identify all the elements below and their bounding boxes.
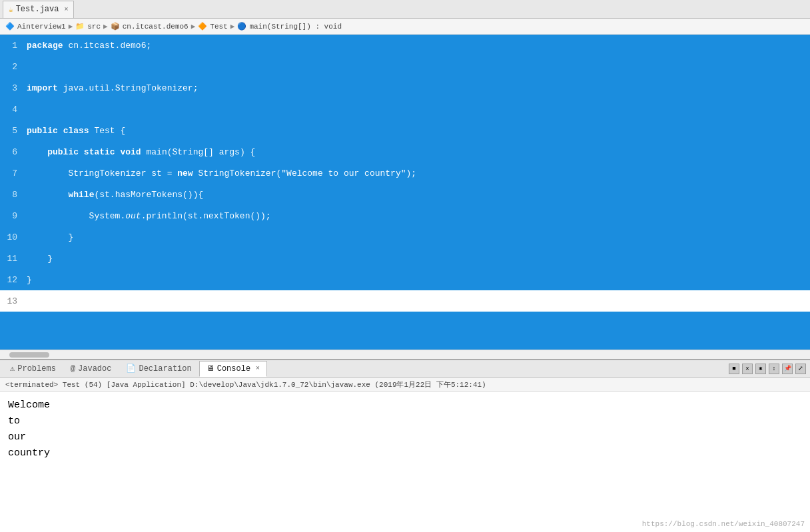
debug-button[interactable]: ✱ (755, 364, 766, 374)
console-line-4: country (8, 445, 802, 461)
breadcrumb-method[interactable]: main(String[]) : void (249, 23, 342, 31)
tab-label-problems: Problems (17, 364, 56, 374)
breadcrumb-class[interactable]: Test (210, 23, 227, 31)
java-file-icon: ☕ (9, 5, 13, 14)
close-console-button[interactable]: ✕ (742, 364, 753, 374)
line-content: System.out.println(st.nextToken()); (24, 205, 810, 226)
line-number: 11 (0, 248, 24, 269)
line-number: 9 (0, 205, 24, 226)
line-content: public class Test { (24, 120, 810, 141)
line-number: 10 (0, 226, 24, 248)
line-number: 1 (0, 35, 24, 56)
method-icon: 🔵 (237, 22, 246, 31)
table-row: 13 (0, 290, 810, 312)
tab-declaration[interactable]: 📄 Declaration (119, 361, 199, 377)
javadoc-icon: @ (71, 364, 75, 374)
tab-label-declaration: Declaration (139, 364, 191, 374)
line-content: package cn.itcast.demo6; (24, 35, 810, 56)
line-content: } (24, 269, 810, 290)
table-row: 6 public static void main(String[] args)… (0, 141, 810, 162)
table-row: 7 StringTokenizer st = new StringTokeniz… (0, 162, 810, 184)
tab-problems[interactable]: ⚠ Problems (3, 361, 63, 377)
line-content: } (24, 226, 810, 248)
project-icon: 🔷 (5, 22, 15, 31)
table-row: 4 (0, 99, 810, 120)
breadcrumb-project[interactable]: Ainterview1 (17, 23, 66, 31)
breadcrumb-src[interactable]: src (87, 23, 101, 31)
tab-label: Test.java (16, 5, 59, 14)
editor-area[interactable]: 1 package cn.itcast.demo6; 2 3 import ja… (0, 35, 810, 359)
line-number: 4 (0, 99, 24, 120)
code-table: 1 package cn.itcast.demo6; 2 3 import ja… (0, 35, 810, 312)
table-row: 5 public class Test { (0, 120, 810, 141)
breadcrumb-sep-1: ▶ (69, 22, 73, 31)
table-row: 1 package cn.itcast.demo6; (0, 35, 810, 56)
tab-javadoc[interactable]: @ Javadoc (63, 361, 119, 377)
table-row: 2 (0, 56, 810, 77)
horizontal-scrollbar[interactable] (0, 350, 810, 359)
tab-bar: ☕ Test.java × (0, 0, 810, 19)
table-row: 8 while(st.hasMoreTokens()){ (0, 184, 810, 205)
panel-tab-bar: ⚠ Problems @ Javadoc 📄 Declaration 🖥 Con… (0, 360, 810, 378)
src-icon: 📁 (75, 22, 85, 31)
line-content: import java.util.StringTokenizer; (24, 77, 810, 99)
line-content (24, 56, 810, 77)
code-editor[interactable]: 1 package cn.itcast.demo6; 2 3 import ja… (0, 35, 810, 350)
table-row: 9 System.out.println(st.nextToken()); (0, 205, 810, 226)
pin-button[interactable]: 📌 (782, 364, 793, 374)
watermark: https://blog.csdn.net/weixin_40807247 (642, 520, 805, 528)
table-row: 3 import java.util.StringTokenizer; (0, 77, 810, 99)
line-number: 3 (0, 77, 24, 99)
breadcrumb-sep-4: ▶ (230, 22, 235, 31)
console-line-3: our (8, 429, 802, 445)
line-number: 5 (0, 120, 24, 141)
line-number: 13 (0, 290, 24, 312)
tab-label-console: Console (217, 364, 250, 374)
tab-console[interactable]: 🖥 Console × (199, 361, 267, 377)
table-row: 12 } (0, 269, 810, 290)
line-number: 8 (0, 184, 24, 205)
console-header-text: <terminated> Test (54) [Java Application… (5, 380, 486, 390)
breadcrumb-sep-3: ▶ (191, 22, 196, 31)
problems-icon: ⚠ (10, 364, 15, 374)
tab-close-button[interactable]: × (64, 6, 68, 13)
console-tab-close[interactable]: × (256, 365, 260, 372)
scroll-lock-button[interactable]: ↕ (769, 364, 779, 374)
table-row: 11 } (0, 248, 810, 269)
line-content: public static void main(String[] args) { (24, 141, 810, 162)
line-number: 12 (0, 269, 24, 290)
tab-label-javadoc: Javadoc (78, 364, 111, 374)
panel-actions: ■ ✕ ✱ ↕ 📌 ⤢ (729, 364, 810, 374)
line-content: } (24, 248, 810, 269)
expand-button[interactable]: ⤢ (795, 364, 806, 374)
console-header: <terminated> Test (54) [Java Application… (0, 378, 810, 392)
console-output: Welcome to our country (0, 392, 810, 532)
line-number: 7 (0, 162, 24, 184)
class-icon: 🔶 (198, 22, 207, 31)
breadcrumb: 🔷 Ainterview1 ▶ 📁 src ▶ 📦 cn.itcast.demo… (0, 19, 810, 35)
line-content: while(st.hasMoreTokens()){ (24, 184, 810, 205)
line-content (24, 290, 810, 312)
package-icon: 📦 (111, 22, 120, 31)
table-row: 10 } (0, 226, 810, 248)
breadcrumb-sep-2: ▶ (103, 22, 108, 31)
declaration-icon: 📄 (126, 364, 136, 374)
line-content: StringTokenizer st = new StringTokenizer… (24, 162, 810, 184)
file-tab[interactable]: ☕ Test.java × (3, 1, 74, 18)
console-line-2: to (8, 413, 802, 429)
breadcrumb-package[interactable]: cn.itcast.demo6 (123, 23, 189, 31)
line-content (24, 99, 810, 120)
console-line-1: Welcome (8, 398, 802, 413)
stop-button[interactable]: ■ (729, 364, 739, 374)
bottom-panel: ⚠ Problems @ Javadoc 📄 Declaration 🖥 Con… (0, 359, 810, 532)
console-icon: 🖥 (206, 364, 214, 374)
scrollbar-thumb[interactable] (9, 352, 49, 358)
line-number: 2 (0, 56, 24, 77)
line-number: 6 (0, 141, 24, 162)
